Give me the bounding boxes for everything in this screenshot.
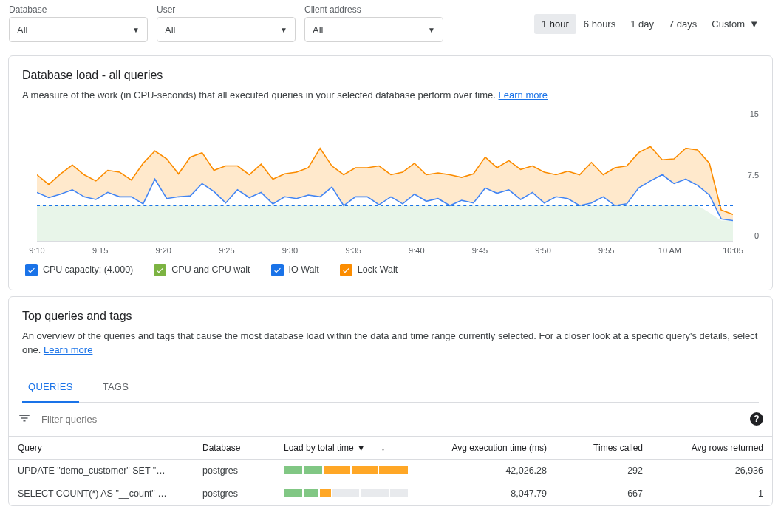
cell-avg-rows: 26,936 [652,459,772,482]
cell-load-bar [275,482,423,505]
y-tick: 15 [750,109,759,118]
filter-client-address-value: All [313,24,323,35]
time-range-custom[interactable]: Custom ▼ [704,14,766,34]
filter-queries-input[interactable] [41,414,740,425]
cell-avg-exec: 42,026.28 [423,459,556,482]
top-queries-title: Top queries and tags [22,310,759,323]
legend-lock-wait-label: Lock Wait [358,265,398,275]
database-load-chart[interactable]: 15 7.5 0 9:109:159:209:259:309:359:409:4… [22,109,759,255]
legend-cpu-capacity[interactable]: CPU capacity: (4.000) [25,264,133,276]
y-tick: 0 [754,231,759,240]
database-load-desc: A measure of the work (in CPU-seconds) t… [22,88,759,103]
time-range-custom-label: Custom [712,18,745,30]
x-tick: 9:30 [282,246,298,255]
y-tick: 7.5 [748,171,759,180]
x-tick: 9:40 [409,246,424,255]
cell-database: postgres [194,482,275,505]
time-range-6hours[interactable]: 6 hours [576,14,623,34]
legend-io-wait[interactable]: IO Wait [271,264,319,276]
x-tick: 9:20 [156,246,171,255]
x-tick: 9:25 [219,246,234,255]
legend-cpu-cpu-wait[interactable]: CPU and CPU wait [154,264,250,276]
time-range-selector: 1 hour 6 hours 1 day 7 days Custom ▼ [534,14,772,34]
filter-database-label: Database [9,4,148,15]
filter-user-select[interactable]: All ▼ [157,17,296,42]
filter-icon [18,412,31,427]
filter-database-select[interactable]: All ▼ [9,17,148,42]
database-load-title: Database load - all queries [22,69,759,82]
legend-lock-wait[interactable]: Lock Wait [340,264,398,276]
dropdown-arrow-icon: ▼ [749,18,759,30]
cell-query: SELECT COUNT(*) AS "__count" … [9,482,194,505]
filter-user: User All ▼ [157,4,296,42]
learn-more-link[interactable]: Learn more [499,89,548,100]
time-range-7days[interactable]: 7 days [661,14,704,34]
tab-queries[interactable]: QUERIES [22,372,79,403]
filter-user-value: All [165,24,175,35]
tab-tags[interactable]: TAGS [97,372,135,403]
database-load-panel: Database load - all queries A measure of… [8,55,773,290]
cell-times-called: 667 [556,482,652,505]
cell-query: UPDATE "demo_customer" SET "… [9,459,194,482]
top-queries-panel: Top queries and tags An overview of the … [8,296,773,506]
sort-descending-icon: ↓ [381,443,385,453]
dropdown-arrow-icon: ▼ [132,26,140,34]
x-tick: 9:10 [29,246,44,255]
help-icon[interactable]: ? [750,412,763,426]
table-row[interactable]: SELECT COUNT(*) AS "__count" …postgres8,… [9,482,772,505]
col-times-called[interactable]: Times called [556,436,652,459]
cell-database: postgres [194,459,275,482]
x-tick: 10 AM [658,246,681,255]
time-range-1hour[interactable]: 1 hour [534,14,576,34]
cell-avg-exec: 8,047.79 [423,482,556,505]
x-tick: 9:55 [598,246,614,255]
filter-database: Database All ▼ [9,4,148,42]
col-database[interactable]: Database [194,436,275,459]
cell-times-called: 292 [556,459,652,482]
x-tick: 9:35 [345,246,361,255]
filter-client-address-label: Client address [304,4,443,15]
dropdown-arrow-icon: ▼ [280,26,287,34]
col-avg-rows-returned[interactable]: Avg rows returned [652,436,772,459]
x-tick: 9:45 [472,246,488,255]
top-queries-desc: An overview of the queries and tags that… [22,329,759,358]
legend-io-wait-label: IO Wait [289,265,319,275]
dropdown-arrow-icon: ▼ [428,26,435,34]
learn-more-link[interactable]: Learn more [44,344,92,355]
table-row[interactable]: UPDATE "demo_customer" SET "…postgres42,… [9,459,772,482]
sort-arrow-icon: ▼ [357,443,366,453]
legend-cpu-capacity-label: CPU capacity: (4.000) [43,265,133,275]
x-tick: 10:05 [723,246,743,255]
x-tick: 9:50 [535,246,550,255]
filter-user-label: User [157,4,296,15]
x-tick: 9:15 [92,246,108,255]
col-load-by-total-time[interactable]: Load by total time▼ ↓ [275,436,423,459]
filter-client-address: Client address All ▼ [304,4,443,42]
filter-client-address-select[interactable]: All ▼ [304,17,443,42]
cell-avg-rows: 1 [652,482,772,505]
col-query[interactable]: Query [9,436,194,459]
cell-load-bar [275,459,423,482]
time-range-1day[interactable]: 1 day [623,14,661,34]
col-avg-exec-time[interactable]: Avg execution time (ms) [423,436,556,459]
legend-cpu-cpu-wait-label: CPU and CPU wait [171,265,250,275]
filter-database-value: All [17,24,27,35]
